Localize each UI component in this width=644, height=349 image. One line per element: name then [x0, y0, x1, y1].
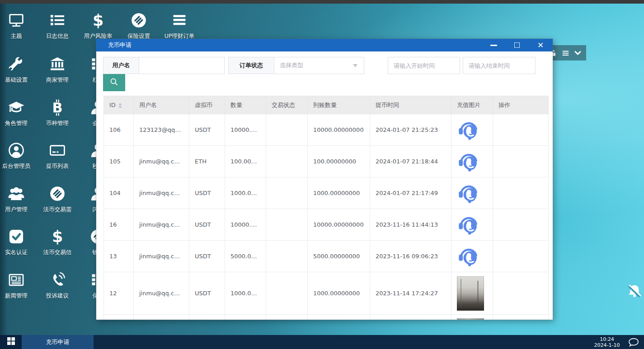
cell-coin: USDT	[189, 209, 225, 241]
desktop-icon-label: 法币交易需	[43, 206, 72, 214]
svg-text:$: $	[93, 12, 103, 29]
username-input[interactable]	[139, 57, 225, 74]
cell-amount: 5000.0…	[225, 241, 266, 272]
cell-coin: USDT	[189, 114, 225, 146]
user-circle-icon	[8, 142, 25, 159]
taskbar-clock: 10:24 2024-1-10	[591, 335, 623, 349]
windows-logo-icon	[7, 337, 15, 347]
svg-text:B: B	[52, 100, 63, 116]
desktop-icon[interactable]: 主题	[0, 12, 37, 40]
column-header: 充值图片	[451, 96, 493, 114]
desktop-icon[interactable]: 日志信息	[37, 12, 78, 40]
service-avatar-image[interactable]	[457, 181, 480, 205]
search-button[interactable]	[103, 74, 125, 91]
desktop-icon[interactable]: 投诉建议	[37, 271, 78, 300]
order-status-placeholder: 选择类型	[280, 61, 303, 70]
desktop-icon[interactable]: 基础设置	[0, 56, 37, 84]
sort-carets-icon[interactable]	[118, 103, 122, 108]
cell-username: jinmu@qq.c…	[134, 272, 189, 315]
username-filter-label: 用户名	[103, 57, 139, 74]
cell-amount: 1000.0…	[225, 272, 266, 315]
cell-id: 104	[104, 177, 134, 209]
deposit-request-window: 充币申请 ✕ 用户名 订单状态 选择类型	[96, 39, 553, 320]
desktop-icon-label: 用户管理	[5, 206, 28, 214]
cell-arrival: 10000.00000000	[308, 209, 370, 241]
desktop-icon[interactable]: 实名认证	[0, 228, 37, 256]
cell-arrival: 5000.00000000	[308, 241, 370, 272]
cell-status	[266, 272, 308, 315]
cell-time: 2024-01-07 21:18:44	[370, 146, 451, 177]
table-row-partial	[104, 315, 549, 320]
cell-action	[493, 241, 549, 272]
desktop-icon[interactable]: 新闻管理	[0, 271, 37, 300]
cell-coin: USDT	[189, 241, 225, 272]
start-button[interactable]	[0, 335, 22, 349]
bell-slash-icon[interactable]	[627, 284, 642, 298]
cell-action	[493, 272, 549, 315]
start-time-input[interactable]	[388, 57, 460, 74]
screen-top-strip	[0, 0, 644, 4]
cell-id: 105	[104, 146, 134, 177]
service-avatar-image[interactable]	[457, 245, 480, 268]
cell-arrival	[308, 315, 370, 320]
taskbar-item-deposit-request[interactable]: 充币申请	[22, 335, 94, 349]
desktop-icon[interactable]: 法币交易需	[37, 185, 78, 214]
menu-icon[interactable]	[561, 49, 569, 57]
cell-time: 2023-11-16 09:06:23	[370, 241, 451, 272]
desktop-icon[interactable]: 用户管理	[0, 185, 37, 214]
deposit-photo-thumbnail[interactable]	[457, 318, 484, 320]
service-avatar-image[interactable]	[457, 213, 480, 237]
deposit-photo-thumbnail[interactable]	[457, 276, 484, 311]
deposit-image-cell	[451, 114, 493, 146]
cell-amount	[225, 315, 266, 320]
chat-bubble-icon[interactable]	[623, 335, 644, 349]
cell-status	[266, 315, 308, 320]
column-header: 虚拟币	[189, 96, 225, 114]
desktop-icon[interactable]: 角色管理	[0, 99, 37, 127]
desktop-icon[interactable]: 保险设置	[118, 12, 160, 40]
desktop-icon[interactable]: UP理财订单	[159, 12, 200, 40]
desktop-icon-label: 基础设置	[5, 76, 28, 84]
desktop-icon[interactable]: $用户风险率	[77, 12, 119, 40]
deposit-image-cell	[451, 241, 493, 272]
cell-id	[104, 315, 134, 320]
desktop-icon-label: 商家管理	[46, 76, 69, 84]
cell-amount: 100.00…	[225, 146, 266, 177]
monitor-icon	[8, 12, 25, 29]
chevron-down-icon[interactable]	[574, 49, 582, 57]
cell-username: jinmu@qq.c…	[134, 209, 189, 241]
cell-status	[266, 114, 308, 146]
deposit-image-cell	[451, 177, 493, 209]
coin-logo-icon	[49, 185, 66, 202]
cell-id: 16	[104, 209, 134, 241]
desktop-icon[interactable]: 提币列表	[37, 142, 78, 170]
cell-arrival: 1000.00000000	[308, 272, 370, 315]
column-header: 数量	[225, 96, 266, 114]
desktop-icon[interactable]: 后台管理员	[0, 142, 37, 170]
desktop-icon-label: 后台管理员	[2, 163, 31, 170]
column-header: 交易状态	[266, 96, 308, 114]
desktop-icon[interactable]: 商家管理	[37, 56, 78, 84]
minimize-button[interactable]	[488, 41, 499, 50]
column-header-label: 提币时间	[376, 102, 399, 108]
close-button[interactable]: ✕	[535, 41, 546, 50]
cell-username: jinmu@qq.c…	[134, 146, 189, 177]
clock-date: 2024-1-10	[591, 342, 623, 348]
wrench-icon	[8, 56, 25, 73]
cell-coin: USDT	[189, 272, 225, 315]
cell-status	[266, 241, 308, 272]
phone-icon	[49, 271, 66, 289]
desktop-icon-label: 提币列表	[46, 163, 69, 170]
desktop-icon[interactable]: $法币交易信	[37, 228, 78, 256]
maximize-button[interactable]	[511, 41, 523, 50]
column-header[interactable]: ID	[104, 96, 134, 114]
list-icon	[49, 12, 66, 29]
desktop-icon-label: 主题	[11, 33, 22, 40]
order-status-select[interactable]: 选择类型	[274, 57, 364, 74]
service-avatar-image[interactable]	[457, 150, 480, 173]
service-avatar-image[interactable]	[457, 118, 480, 142]
cell-image	[451, 315, 493, 320]
desktop-icon[interactable]: B币种管理	[37, 99, 78, 127]
end-time-input[interactable]	[463, 57, 536, 74]
window-titlebar[interactable]: 充币申请 ✕	[96, 39, 553, 51]
